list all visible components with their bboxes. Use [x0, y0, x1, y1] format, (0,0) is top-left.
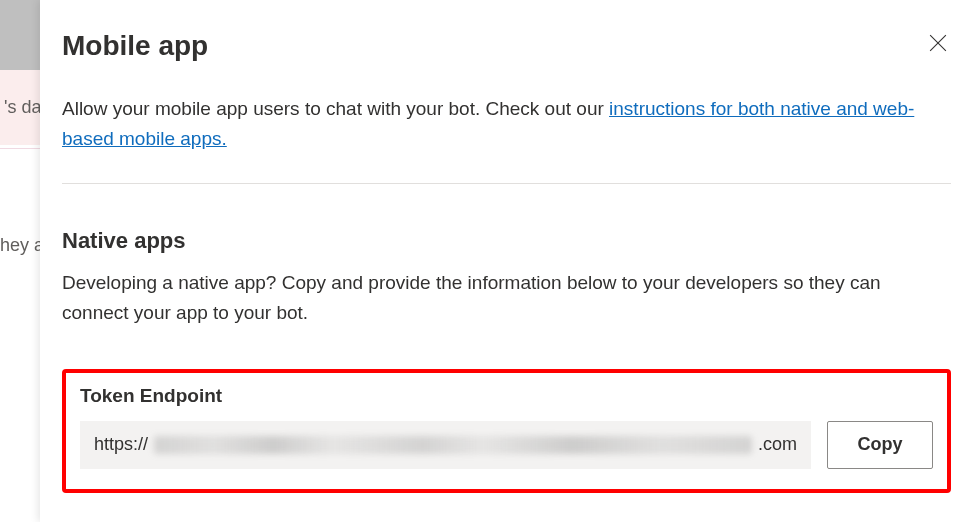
native-apps-description: Developing a native app? Copy and provid…	[62, 268, 951, 329]
panel-header: Mobile app	[62, 30, 951, 62]
mobile-app-panel: Mobile app Allow your mobile app users t…	[40, 0, 979, 522]
panel-description: Allow your mobile app users to chat with…	[62, 94, 951, 155]
description-text: Allow your mobile app users to chat with…	[62, 98, 609, 119]
copy-button[interactable]: Copy	[827, 421, 933, 469]
section-divider	[62, 183, 951, 184]
backdrop-divider	[0, 148, 40, 149]
panel-title: Mobile app	[62, 30, 208, 62]
backdrop-alert-strip: 's dat	[0, 70, 40, 145]
close-icon	[929, 34, 947, 52]
native-apps-title: Native apps	[62, 228, 951, 254]
token-endpoint-section: Token Endpoint https:// .com Copy	[62, 369, 951, 493]
endpoint-suffix: .com	[758, 434, 797, 455]
endpoint-redacted	[154, 436, 752, 454]
token-endpoint-label: Token Endpoint	[80, 385, 933, 407]
token-endpoint-row: https:// .com Copy	[80, 421, 933, 469]
backdrop-panel: 's dat hey a	[0, 0, 40, 522]
backdrop-text: hey a	[0, 235, 40, 256]
backdrop-header	[0, 0, 40, 70]
endpoint-prefix: https://	[94, 434, 148, 455]
backdrop-alert-text: 's dat	[4, 97, 40, 118]
close-button[interactable]	[925, 30, 951, 59]
token-endpoint-input[interactable]: https:// .com	[80, 421, 811, 469]
